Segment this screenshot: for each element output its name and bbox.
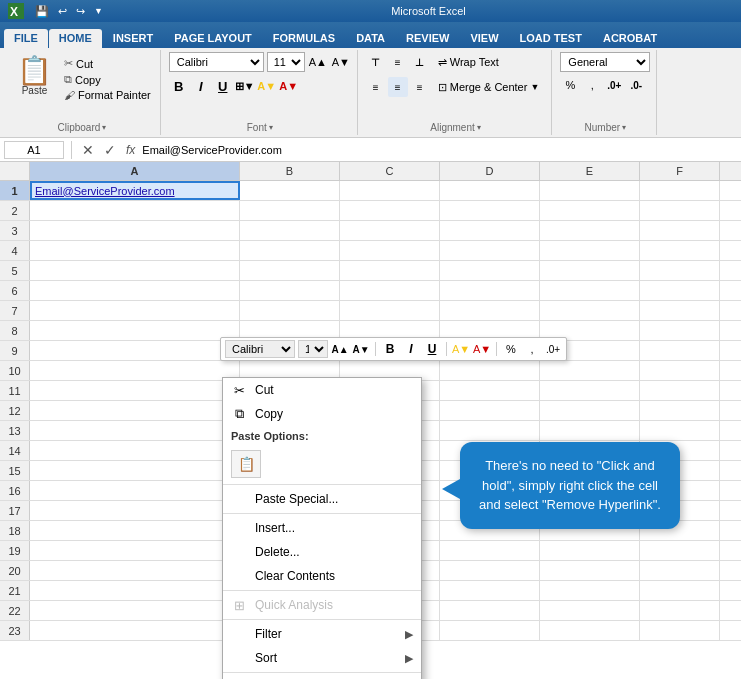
align-bottom-btn[interactable]: ⊥	[410, 52, 430, 72]
ctx-filter[interactable]: Filter ▶	[223, 622, 421, 646]
cell[interactable]	[540, 601, 640, 620]
cell[interactable]	[720, 421, 741, 440]
row-number[interactable]: 8	[0, 321, 30, 340]
cell[interactable]	[640, 201, 720, 220]
cell[interactable]	[540, 581, 640, 600]
cell[interactable]	[30, 601, 240, 620]
col-header-b[interactable]: B	[240, 162, 340, 180]
tab-file[interactable]: FILE	[4, 29, 48, 48]
cell[interactable]	[540, 541, 640, 560]
cell[interactable]	[30, 501, 240, 520]
cell[interactable]	[640, 401, 720, 420]
cell[interactable]	[720, 501, 741, 520]
cell[interactable]	[720, 181, 741, 200]
redo-btn[interactable]: ↪	[73, 4, 88, 19]
tab-home[interactable]: HOME	[49, 29, 102, 48]
row-number[interactable]: 5	[0, 261, 30, 280]
italic-button[interactable]: I	[191, 76, 211, 96]
cancel-formula-icon[interactable]: ✕	[79, 141, 97, 159]
row-number[interactable]: 3	[0, 221, 30, 240]
cell[interactable]: Email@ServiceProvider.com	[30, 181, 240, 200]
tab-loadtest[interactable]: LOAD TEST	[510, 29, 592, 48]
cell[interactable]	[30, 521, 240, 540]
mini-font-color-btn[interactable]: A▼	[473, 340, 491, 358]
cell[interactable]	[540, 301, 640, 320]
cell[interactable]	[240, 281, 340, 300]
tab-pagelayout[interactable]: PAGE LAYOUT	[164, 29, 262, 48]
cell[interactable]	[440, 281, 540, 300]
tab-formulas[interactable]: FORMULAS	[263, 29, 345, 48]
cell[interactable]	[440, 181, 540, 200]
cell[interactable]	[240, 181, 340, 200]
cell[interactable]	[640, 221, 720, 240]
clipboard-expand-icon[interactable]: ▾	[102, 123, 106, 132]
cell[interactable]	[440, 601, 540, 620]
cell[interactable]	[540, 381, 640, 400]
cell[interactable]	[640, 341, 720, 360]
cell[interactable]	[720, 601, 741, 620]
mini-inc-decimal-btn[interactable]: .0+	[544, 340, 562, 358]
align-top-btn[interactable]: ⊤	[366, 52, 386, 72]
col-header-d[interactable]: D	[440, 162, 540, 180]
row-number[interactable]: 14	[0, 441, 30, 460]
row-number[interactable]: 7	[0, 301, 30, 320]
ctx-sort[interactable]: Sort ▶	[223, 646, 421, 670]
col-header-c[interactable]: C	[340, 162, 440, 180]
cell[interactable]	[640, 621, 720, 640]
cell[interactable]	[640, 301, 720, 320]
cell[interactable]	[720, 481, 741, 500]
mini-size-select[interactable]: 11	[298, 340, 328, 358]
cell[interactable]	[720, 541, 741, 560]
ctx-paste-special[interactable]: Paste Special...	[223, 487, 421, 511]
row-number[interactable]: 2	[0, 201, 30, 220]
row-number[interactable]: 1	[0, 181, 30, 200]
font-color-button[interactable]: A▼	[279, 76, 299, 96]
wrap-text-button[interactable]: ⇌ Wrap Text	[432, 53, 505, 72]
fill-color-button[interactable]: A▼	[257, 76, 277, 96]
ctx-insert[interactable]: Insert...	[223, 516, 421, 540]
cell[interactable]	[30, 621, 240, 640]
cell[interactable]	[340, 261, 440, 280]
copy-button[interactable]: ⧉ Copy	[61, 72, 154, 87]
number-format-select[interactable]: General	[560, 52, 650, 72]
row-number[interactable]: 4	[0, 241, 30, 260]
cell[interactable]	[540, 181, 640, 200]
ctx-insert-comment[interactable]: 💬 Insert Comment	[223, 675, 421, 679]
customize-btn[interactable]: ▼	[91, 5, 106, 17]
cell[interactable]	[30, 361, 240, 380]
cell[interactable]	[30, 301, 240, 320]
decrease-font-btn[interactable]: A▼	[331, 52, 351, 72]
mini-bold-btn[interactable]: B	[381, 340, 399, 358]
cell[interactable]	[720, 261, 741, 280]
cell[interactable]	[640, 241, 720, 260]
paste-button[interactable]: 📋 Paste	[10, 52, 59, 101]
ctx-copy[interactable]: ⧉ Copy	[223, 402, 421, 426]
cell[interactable]	[30, 221, 240, 240]
cell[interactable]	[340, 301, 440, 320]
cell[interactable]	[30, 321, 240, 340]
cell[interactable]	[440, 401, 540, 420]
number-expand-icon[interactable]: ▾	[622, 123, 626, 132]
cell[interactable]	[440, 201, 540, 220]
tab-review[interactable]: REVIEW	[396, 29, 459, 48]
mini-underline-btn[interactable]: U	[423, 340, 441, 358]
cell[interactable]	[720, 221, 741, 240]
row-number[interactable]: 9	[0, 341, 30, 360]
cell[interactable]	[720, 321, 741, 340]
cell[interactable]	[720, 441, 741, 460]
tab-insert[interactable]: INSERT	[103, 29, 163, 48]
cell[interactable]	[30, 421, 240, 440]
cell[interactable]	[640, 181, 720, 200]
cell[interactable]	[440, 421, 540, 440]
tab-view[interactable]: VIEW	[460, 29, 508, 48]
cell[interactable]	[30, 241, 240, 260]
col-header-e[interactable]: E	[540, 162, 640, 180]
cell[interactable]	[30, 341, 240, 360]
comma-btn[interactable]: ,	[582, 75, 602, 95]
row-number[interactable]: 10	[0, 361, 30, 380]
cell[interactable]	[540, 361, 640, 380]
cell[interactable]	[30, 581, 240, 600]
cell[interactable]	[720, 281, 741, 300]
cell[interactable]	[540, 261, 640, 280]
row-number[interactable]: 6	[0, 281, 30, 300]
